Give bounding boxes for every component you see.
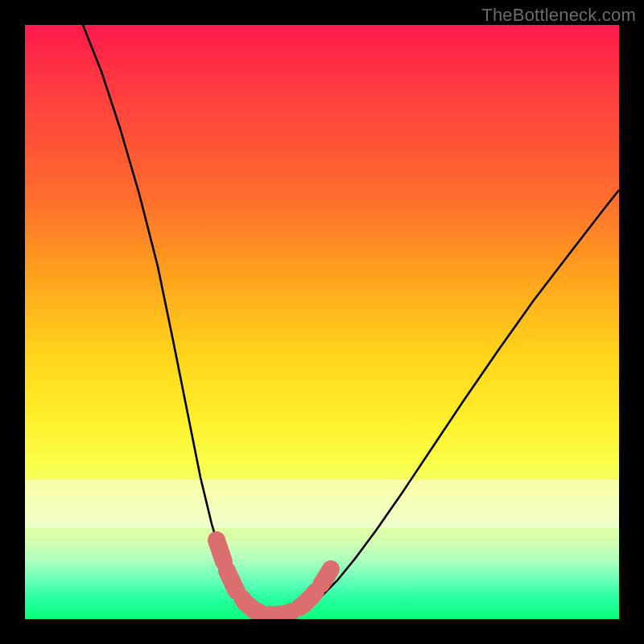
bottleneck-chart — [25, 25, 619, 619]
pale-band — [25, 480, 619, 528]
watermark-text: TheBottleneck.com — [481, 5, 636, 26]
chart-frame — [25, 25, 619, 619]
